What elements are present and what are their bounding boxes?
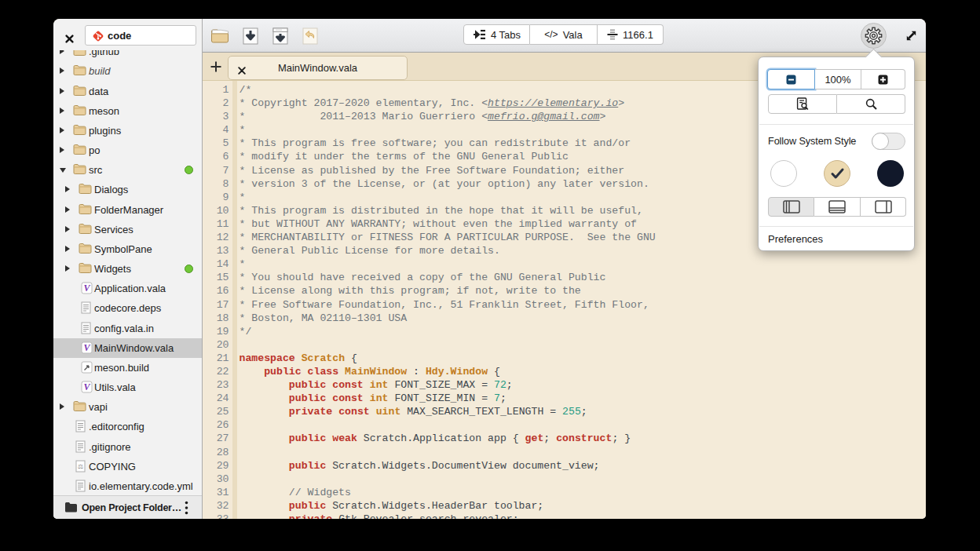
svg-text:V: V <box>83 342 90 353</box>
svg-text:V: V <box>83 381 90 392</box>
svg-text:V: V <box>83 283 90 294</box>
svg-text:⚖: ⚖ <box>77 463 82 470</box>
